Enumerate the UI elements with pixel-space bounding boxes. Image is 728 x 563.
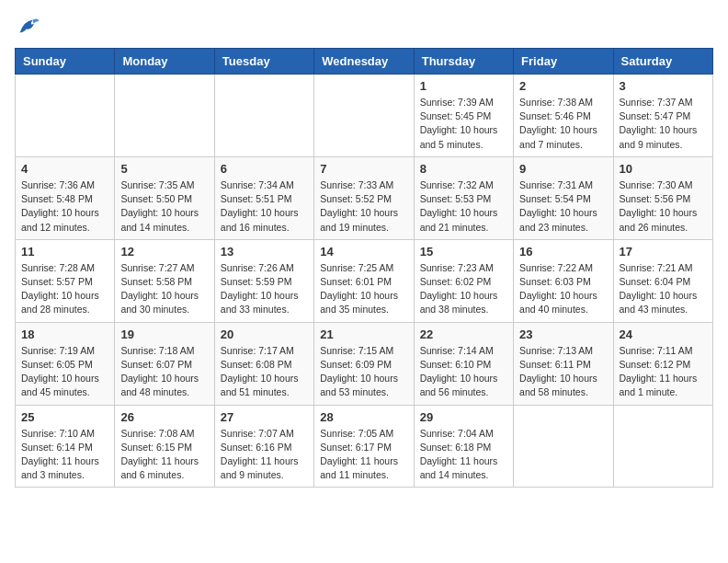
- calendar-cell: 19Sunrise: 7:18 AM Sunset: 6:07 PM Dayli…: [115, 322, 214, 405]
- day-number: 25: [21, 410, 108, 424]
- calendar-cell: 18Sunrise: 7:19 AM Sunset: 6:05 PM Dayli…: [16, 322, 115, 405]
- weekday-header-wednesday: Wednesday: [314, 49, 414, 75]
- day-info: Sunrise: 7:33 AM Sunset: 5:52 PM Dayligh…: [320, 178, 407, 235]
- day-info: Sunrise: 7:30 AM Sunset: 5:56 PM Dayligh…: [620, 178, 707, 235]
- calendar-cell: [613, 405, 712, 488]
- day-number: 5: [120, 162, 208, 176]
- calendar-week-row: 18Sunrise: 7:19 AM Sunset: 6:05 PM Dayli…: [16, 322, 713, 405]
- calendar-cell: [214, 75, 313, 157]
- day-info: Sunrise: 7:39 AM Sunset: 5:45 PM Dayligh…: [420, 96, 507, 152]
- day-number: 20: [221, 327, 308, 341]
- day-info: Sunrise: 7:38 AM Sunset: 5:46 PM Dayligh…: [519, 96, 607, 152]
- weekday-header-monday: Monday: [115, 49, 214, 75]
- day-info: Sunrise: 7:19 AM Sunset: 6:05 PM Dayligh…: [21, 344, 108, 400]
- calendar-cell: 29Sunrise: 7:04 AM Sunset: 6:18 PM Dayli…: [414, 405, 513, 488]
- calendar-cell: 8Sunrise: 7:32 AM Sunset: 5:53 PM Daylig…: [414, 156, 513, 239]
- day-info: Sunrise: 7:35 AM Sunset: 5:50 PM Dayligh…: [120, 178, 208, 235]
- calendar-cell: 28Sunrise: 7:05 AM Sunset: 6:17 PM Dayli…: [314, 405, 414, 488]
- day-number: 19: [120, 327, 208, 341]
- calendar-cell: 2Sunrise: 7:38 AM Sunset: 5:46 PM Daylig…: [514, 75, 613, 157]
- calendar-cell: 23Sunrise: 7:13 AM Sunset: 6:11 PM Dayli…: [514, 322, 613, 405]
- calendar-cell: 22Sunrise: 7:14 AM Sunset: 6:10 PM Dayli…: [414, 322, 513, 405]
- day-number: 17: [620, 245, 707, 259]
- day-number: 12: [120, 245, 208, 259]
- day-info: Sunrise: 7:14 AM Sunset: 6:10 PM Dayligh…: [420, 344, 507, 400]
- day-number: 11: [21, 245, 108, 259]
- day-info: Sunrise: 7:34 AM Sunset: 5:51 PM Dayligh…: [221, 178, 308, 235]
- weekday-header-row: SundayMondayTuesdayWednesdayThursdayFrid…: [16, 49, 713, 75]
- day-number: 27: [221, 410, 308, 424]
- day-number: 3: [620, 79, 707, 93]
- calendar-cell: 1Sunrise: 7:39 AM Sunset: 5:45 PM Daylig…: [414, 75, 513, 157]
- day-info: Sunrise: 7:25 AM Sunset: 6:01 PM Dayligh…: [320, 261, 407, 317]
- calendar-cell: 14Sunrise: 7:25 AM Sunset: 6:01 PM Dayli…: [314, 239, 414, 322]
- day-info: Sunrise: 7:15 AM Sunset: 6:09 PM Dayligh…: [320, 344, 407, 400]
- day-info: Sunrise: 7:27 AM Sunset: 5:58 PM Dayligh…: [120, 261, 208, 317]
- day-info: Sunrise: 7:23 AM Sunset: 6:02 PM Dayligh…: [420, 261, 507, 317]
- calendar-cell: [115, 75, 214, 157]
- day-number: 23: [519, 327, 607, 341]
- day-number: 6: [221, 162, 308, 176]
- day-info: Sunrise: 7:10 AM Sunset: 6:14 PM Dayligh…: [21, 427, 108, 483]
- day-info: Sunrise: 7:08 AM Sunset: 6:15 PM Dayligh…: [120, 427, 208, 483]
- day-number: 14: [320, 245, 407, 259]
- calendar-cell: 26Sunrise: 7:08 AM Sunset: 6:15 PM Dayli…: [115, 405, 214, 488]
- calendar-cell: 13Sunrise: 7:26 AM Sunset: 5:59 PM Dayli…: [214, 239, 313, 322]
- calendar-cell: 5Sunrise: 7:35 AM Sunset: 5:50 PM Daylig…: [115, 156, 214, 239]
- calendar-cell: 9Sunrise: 7:31 AM Sunset: 5:54 PM Daylig…: [514, 156, 613, 239]
- page-header: [15, 15, 713, 40]
- day-info: Sunrise: 7:13 AM Sunset: 6:11 PM Dayligh…: [519, 344, 607, 400]
- day-number: 1: [420, 79, 507, 93]
- day-info: Sunrise: 7:36 AM Sunset: 5:48 PM Dayligh…: [21, 178, 108, 235]
- day-number: 26: [120, 410, 208, 424]
- day-number: 2: [519, 79, 607, 93]
- day-number: 16: [519, 245, 607, 259]
- calendar-cell: 11Sunrise: 7:28 AM Sunset: 5:57 PM Dayli…: [16, 239, 115, 322]
- day-number: 10: [620, 162, 707, 176]
- logo-icon: [15, 15, 40, 40]
- calendar-cell: 24Sunrise: 7:11 AM Sunset: 6:12 PM Dayli…: [613, 322, 712, 405]
- calendar-week-row: 25Sunrise: 7:10 AM Sunset: 6:14 PM Dayli…: [16, 405, 713, 488]
- day-number: 18: [21, 327, 108, 341]
- calendar-cell: 12Sunrise: 7:27 AM Sunset: 5:58 PM Dayli…: [115, 239, 214, 322]
- weekday-header-sunday: Sunday: [16, 49, 115, 75]
- day-number: 4: [21, 162, 108, 176]
- day-number: 29: [420, 410, 507, 424]
- calendar-cell: 21Sunrise: 7:15 AM Sunset: 6:09 PM Dayli…: [314, 322, 414, 405]
- day-info: Sunrise: 7:22 AM Sunset: 6:03 PM Dayligh…: [519, 261, 607, 317]
- calendar-cell: 7Sunrise: 7:33 AM Sunset: 5:52 PM Daylig…: [314, 156, 414, 239]
- day-number: 8: [420, 162, 507, 176]
- day-info: Sunrise: 7:05 AM Sunset: 6:17 PM Dayligh…: [320, 427, 407, 483]
- calendar-week-row: 1Sunrise: 7:39 AM Sunset: 5:45 PM Daylig…: [16, 75, 713, 157]
- day-number: 24: [620, 327, 707, 341]
- day-info: Sunrise: 7:31 AM Sunset: 5:54 PM Dayligh…: [519, 178, 607, 235]
- calendar-week-row: 11Sunrise: 7:28 AM Sunset: 5:57 PM Dayli…: [16, 239, 713, 322]
- weekday-header-thursday: Thursday: [414, 49, 513, 75]
- day-info: Sunrise: 7:32 AM Sunset: 5:53 PM Dayligh…: [420, 178, 507, 235]
- calendar-cell: 10Sunrise: 7:30 AM Sunset: 5:56 PM Dayli…: [613, 156, 712, 239]
- day-info: Sunrise: 7:04 AM Sunset: 6:18 PM Dayligh…: [420, 427, 507, 483]
- day-info: Sunrise: 7:11 AM Sunset: 6:12 PM Dayligh…: [620, 344, 707, 400]
- weekday-header-saturday: Saturday: [613, 49, 712, 75]
- weekday-header-friday: Friday: [514, 49, 613, 75]
- calendar-cell: [16, 75, 115, 157]
- logo: [15, 15, 44, 40]
- day-info: Sunrise: 7:28 AM Sunset: 5:57 PM Dayligh…: [21, 261, 108, 317]
- day-info: Sunrise: 7:17 AM Sunset: 6:08 PM Dayligh…: [221, 344, 308, 400]
- calendar-cell: 16Sunrise: 7:22 AM Sunset: 6:03 PM Dayli…: [514, 239, 613, 322]
- day-number: 15: [420, 245, 507, 259]
- calendar-cell: 6Sunrise: 7:34 AM Sunset: 5:51 PM Daylig…: [214, 156, 313, 239]
- calendar-cell: 27Sunrise: 7:07 AM Sunset: 6:16 PM Dayli…: [214, 405, 313, 488]
- day-info: Sunrise: 7:37 AM Sunset: 5:47 PM Dayligh…: [620, 96, 707, 152]
- day-number: 21: [320, 327, 407, 341]
- calendar-table: SundayMondayTuesdayWednesdayThursdayFrid…: [15, 48, 713, 488]
- calendar-cell: 15Sunrise: 7:23 AM Sunset: 6:02 PM Dayli…: [414, 239, 513, 322]
- day-info: Sunrise: 7:18 AM Sunset: 6:07 PM Dayligh…: [120, 344, 208, 400]
- calendar-week-row: 4Sunrise: 7:36 AM Sunset: 5:48 PM Daylig…: [16, 156, 713, 239]
- calendar-cell: 4Sunrise: 7:36 AM Sunset: 5:48 PM Daylig…: [16, 156, 115, 239]
- calendar-cell: [514, 405, 613, 488]
- calendar-cell: 25Sunrise: 7:10 AM Sunset: 6:14 PM Dayli…: [16, 405, 115, 488]
- day-info: Sunrise: 7:26 AM Sunset: 5:59 PM Dayligh…: [221, 261, 308, 317]
- calendar-cell: 3Sunrise: 7:37 AM Sunset: 5:47 PM Daylig…: [613, 75, 712, 157]
- day-number: 22: [420, 327, 507, 341]
